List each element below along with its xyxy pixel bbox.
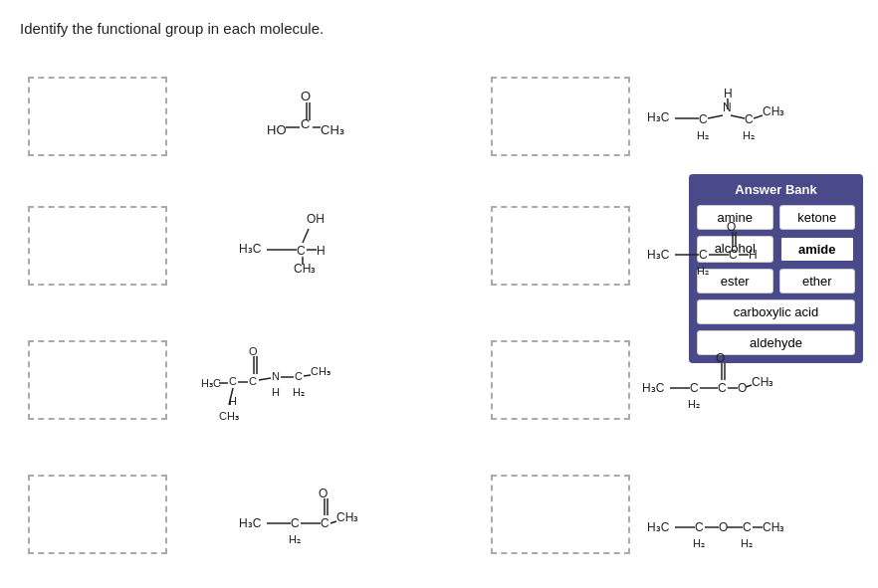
answer-cell-2 (483, 77, 637, 156)
svg-line-25 (303, 229, 309, 243)
svg-line-18 (731, 115, 745, 118)
answer-cell-4 (483, 206, 637, 286)
molecule-amine: H₃C C H₂ N H C H₂ (637, 72, 856, 161)
svg-text:CH₃: CH₃ (752, 375, 773, 389)
svg-text:H₃C: H₃C (239, 242, 262, 256)
svg-text:CH₃: CH₃ (219, 410, 239, 422)
svg-text:C: C (743, 520, 752, 534)
svg-text:C: C (229, 375, 237, 387)
answer-cell-5 (20, 340, 174, 420)
svg-text:H₂: H₂ (697, 265, 709, 277)
svg-text:CH₃: CH₃ (321, 122, 344, 137)
answer-box-1[interactable] (28, 77, 167, 156)
svg-text:CH₃: CH₃ (294, 262, 316, 276)
svg-text:H: H (724, 87, 733, 100)
svg-text:H₃C: H₃C (647, 110, 670, 124)
answer-box-2[interactable] (491, 77, 630, 156)
molecule-aldehyde: H₃C C H₂ C O H (637, 201, 856, 291)
answer-cell-8 (483, 475, 637, 554)
answer-box-8[interactable] (491, 475, 630, 554)
svg-text:C: C (249, 375, 257, 387)
svg-text:HO: HO (267, 122, 287, 137)
svg-text:C: C (718, 381, 727, 395)
svg-text:N: N (272, 370, 280, 382)
svg-text:C: C (699, 248, 708, 262)
svg-text:O: O (249, 345, 258, 357)
svg-text:H₂: H₂ (741, 537, 753, 549)
svg-text:O: O (319, 487, 328, 500)
svg-text:CH₃: CH₃ (311, 365, 330, 377)
answer-box-4[interactable] (491, 206, 630, 286)
svg-text:O: O (716, 351, 725, 365)
svg-text:C: C (291, 516, 300, 530)
answer-box-6[interactable] (491, 340, 630, 420)
svg-line-57 (304, 375, 311, 376)
answer-bank-title: Answer Bank (697, 182, 855, 197)
molecule-alcohol: OH H₃C C H CH₃ (174, 201, 483, 291)
svg-text:H₂: H₂ (693, 537, 705, 549)
svg-line-20 (754, 115, 763, 118)
svg-text:H₂: H₂ (743, 129, 755, 141)
svg-text:H₂: H₂ (697, 129, 709, 141)
svg-text:H₂: H₂ (289, 533, 301, 545)
svg-text:C: C (690, 381, 699, 395)
svg-text:OH: OH (307, 212, 325, 226)
answer-box-7[interactable] (28, 475, 167, 554)
svg-text:CH₃: CH₃ (763, 104, 784, 118)
svg-text:H: H (749, 248, 758, 262)
svg-text:H₃C: H₃C (642, 381, 665, 395)
svg-text:H₃C: H₃C (647, 520, 670, 534)
svg-text:C: C (297, 244, 306, 258)
svg-text:C: C (295, 370, 303, 382)
svg-text:H: H (272, 386, 280, 398)
answer-cell-1 (20, 77, 174, 156)
svg-text:O: O (301, 89, 311, 103)
svg-text:O: O (738, 381, 747, 395)
svg-line-52 (259, 378, 271, 380)
svg-text:H: H (317, 244, 326, 258)
answer-cell-3 (20, 206, 174, 286)
svg-text:H₃C: H₃C (201, 377, 221, 389)
svg-text:C: C (695, 520, 704, 534)
page-title: Identify the functional group in each mo… (20, 20, 858, 37)
svg-text:O: O (719, 520, 728, 534)
svg-line-15 (708, 115, 723, 118)
svg-text:C: C (321, 516, 329, 530)
answer-box-5[interactable] (28, 340, 167, 420)
svg-text:C: C (301, 116, 310, 131)
svg-text:CH₃: CH₃ (763, 520, 784, 534)
molecule-ether: H₃C C H₂ O C H₂ CH₃ (637, 470, 856, 559)
answer-bank-item-carboxylic-acid[interactable]: carboxylic acid (697, 299, 855, 324)
svg-text:C: C (729, 248, 738, 262)
svg-text:C: C (699, 112, 708, 126)
svg-text:H₃C: H₃C (647, 248, 670, 262)
svg-text:CH₃: CH₃ (336, 510, 358, 524)
molecule-ester: H₃C C H₂ C O O CH₃ (637, 330, 856, 430)
svg-text:O: O (727, 220, 736, 234)
svg-text:C: C (745, 112, 754, 126)
molecule-amide: H₃C H C O C N H (174, 325, 483, 435)
answer-cell-6 (483, 340, 637, 420)
answer-cell-7 (20, 475, 174, 554)
svg-text:H₂: H₂ (293, 386, 305, 398)
molecule-carboxylic-acid: HO C O CH₃ (174, 77, 483, 156)
svg-text:H₃C: H₃C (239, 516, 262, 530)
molecule-ketone: H₃C C H₂ C O CH₃ (174, 470, 483, 559)
answer-box-3[interactable] (28, 206, 167, 286)
svg-text:H₂: H₂ (688, 398, 700, 410)
